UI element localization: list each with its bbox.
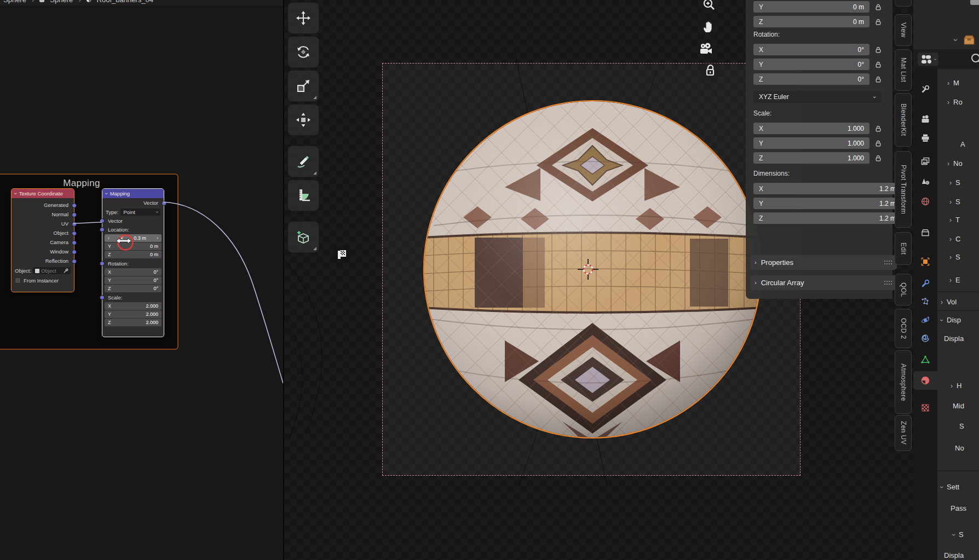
scale-x-field[interactable]: X1.000 (753, 123, 869, 134)
scale-y-field[interactable]: Y1.000 (753, 137, 869, 149)
output-socket[interactable] (72, 250, 77, 255)
unlock-icon[interactable] (874, 154, 882, 162)
collapse-icon[interactable]: › (13, 193, 19, 195)
property-section-row[interactable]: E (949, 276, 960, 284)
sidebar-tab[interactable]: QOL (895, 274, 912, 305)
rotation-y-field[interactable]: Y0° (753, 59, 869, 70)
property-section-row[interactable]: S (959, 422, 964, 430)
input-socket[interactable] (100, 261, 105, 266)
zoom-gizmo[interactable] (698, 0, 720, 15)
unlock-icon[interactable] (874, 46, 882, 54)
camera-view-gizmo[interactable] (695, 38, 717, 60)
scale-z-field[interactable]: Z2.000 (105, 319, 162, 326)
property-section-row[interactable]: S (949, 253, 960, 261)
scale-z-field[interactable]: Z1.000 (753, 152, 869, 164)
property-section-row[interactable]: No (955, 444, 964, 452)
unlock-icon[interactable] (874, 76, 882, 83)
sidebar-tab[interactable]: Pivot Transform (895, 151, 912, 228)
tab-tool[interactable] (913, 80, 937, 99)
texture-coordinate-node[interactable]: › Texture Coordinate Generated Normal UV… (11, 188, 74, 292)
output-socket[interactable] (72, 203, 77, 208)
property-section-row[interactable]: M (947, 79, 959, 87)
texture-marker-icon[interactable] (333, 246, 350, 263)
input-socket[interactable] (100, 227, 105, 232)
chevron-down-icon[interactable]: › (953, 39, 960, 42)
dimensions-y-field[interactable]: Y1.2 m (753, 198, 901, 209)
tab-physics[interactable] (913, 311, 937, 330)
slider-left-icon[interactable]: ‹ (108, 235, 110, 241)
tab-output[interactable] (913, 129, 937, 147)
output-socket[interactable] (72, 222, 77, 227)
tab-object[interactable] (913, 252, 937, 271)
property-section-row[interactable]: Displa (944, 551, 964, 559)
unlock-icon[interactable] (874, 140, 882, 147)
property-section-row[interactable]: A (960, 140, 965, 148)
drag-grip-icon[interactable] (884, 260, 892, 265)
property-section-row[interactable]: S (949, 178, 960, 187)
tab-world[interactable] (913, 192, 937, 211)
property-section-row[interactable]: No (947, 159, 963, 168)
box-collection-icon[interactable] (963, 34, 976, 46)
property-section-row[interactable]: S (953, 530, 964, 539)
property-section-row[interactable]: H (951, 382, 961, 390)
from-instancer-checkbox[interactable] (15, 278, 21, 284)
object-field[interactable]: Object (33, 267, 71, 274)
rotation-z-field[interactable]: Z0° (105, 285, 162, 292)
property-section-row[interactable]: C (949, 235, 960, 243)
property-section-row[interactable]: Displa (944, 334, 964, 343)
annotate-tool-button[interactable] (287, 146, 319, 177)
tab-constraints[interactable] (913, 329, 937, 348)
search-icon[interactable] (970, 53, 979, 66)
sidebar-tab[interactable]: OCD 2 (895, 309, 912, 348)
sidebar-tab[interactable]: Mat List (895, 49, 912, 91)
rotation-y-field[interactable]: Y0° (105, 276, 162, 284)
scale-x-field[interactable]: X2.000 (105, 302, 162, 310)
property-section-row[interactable]: Mid (953, 402, 964, 410)
tab-collection[interactable] (913, 223, 937, 242)
sidebar-tab[interactable]: Atmosphere (895, 350, 912, 414)
sidebar-tab[interactable]: Zen UV (895, 415, 912, 451)
property-section-row[interactable]: Sett (941, 483, 959, 491)
drag-grip-icon[interactable] (884, 280, 892, 285)
editor-type-button[interactable]: › (918, 53, 938, 66)
tab-render[interactable] (913, 110, 937, 129)
tab-material[interactable] (913, 371, 937, 390)
circular-array-subpanel[interactable]: › Circular Array (750, 275, 897, 290)
rotation-z-field[interactable]: Z0° (753, 73, 869, 85)
properties-subpanel[interactable]: › Properties (750, 255, 897, 270)
output-socket[interactable] (72, 231, 77, 236)
property-section-row[interactable]: Vol (941, 298, 957, 306)
transform-tool-button[interactable] (287, 104, 319, 136)
tab-texture[interactable] (913, 399, 937, 417)
input-socket[interactable] (100, 218, 105, 223)
property-section-row[interactable]: T (949, 216, 960, 224)
output-socket[interactable] (72, 259, 77, 264)
tab-modifiers[interactable] (913, 274, 937, 293)
property-section-row[interactable]: Pass (951, 504, 966, 512)
node-header[interactable]: › Texture Coordinate (11, 189, 74, 198)
breadcrumb-object[interactable]: Sphere (3, 0, 26, 4)
type-dropdown[interactable]: Point › (120, 209, 160, 216)
output-socket[interactable] (162, 201, 166, 206)
dimensions-z-field[interactable]: Z1.2 m (753, 212, 901, 224)
property-section-row[interactable]: S (949, 198, 960, 206)
unlock-icon[interactable] (874, 3, 882, 11)
sidebar-tab[interactable] (895, 0, 912, 7)
sidebar-tab[interactable]: View (895, 14, 912, 46)
location-z-field[interactable]: Z0 m (105, 251, 162, 258)
move-tool-button[interactable] (287, 2, 319, 34)
eyedropper-icon[interactable] (64, 268, 68, 273)
rotation-x-field[interactable]: X0° (753, 44, 869, 55)
location-y-field[interactable]: Y0 m (105, 243, 162, 250)
camera-lock-gizmo[interactable] (699, 59, 721, 81)
input-socket[interactable] (100, 295, 105, 300)
output-socket[interactable] (72, 212, 77, 217)
tab-view-layer[interactable] (913, 152, 937, 171)
tab-particles[interactable] (913, 292, 937, 311)
add-cube-tool-button[interactable] (287, 221, 319, 253)
unlock-icon[interactable] (874, 61, 882, 68)
tab-scene[interactable] (913, 172, 937, 190)
sidebar-tab[interactable]: Edit (895, 232, 912, 265)
pan-gizmo[interactable] (697, 15, 719, 37)
location-y-field[interactable]: Y0 m (753, 1, 869, 13)
